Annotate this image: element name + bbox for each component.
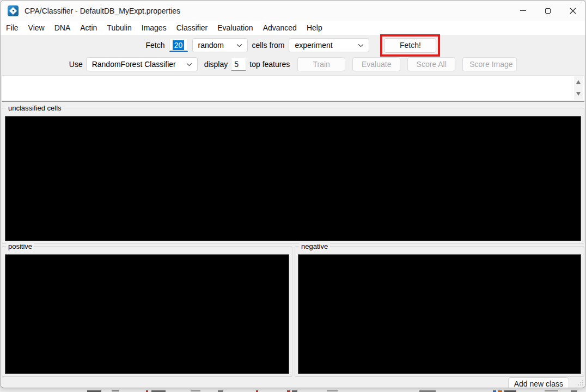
fetch-method-value: random [198,41,224,50]
maximize-button[interactable] [535,1,560,21]
negative-label: negative [299,242,330,251]
positive-label: positive [6,242,34,251]
fetch-source-value: experiment [295,41,332,50]
window-controls [510,1,585,21]
display-count-input[interactable] [231,58,246,71]
classifier-value: RandomForest Classifier [92,60,176,69]
minimize-button[interactable] [510,1,535,21]
scroll-down-icon[interactable] [576,92,581,96]
fetch-button[interactable]: Fetch! [384,38,436,53]
top-features-label: top features [249,60,290,69]
classifier-dropdown[interactable]: RandomForest Classifier [86,57,198,71]
negative-bin[interactable] [298,254,581,374]
menu-item-actin[interactable]: Actin [75,22,102,34]
menu-item-evaluation[interactable]: Evaluation [212,22,258,34]
title-bar: CPA/Classifier - DefaultDB_MyExpt.proper… [1,1,585,21]
screen: CPA/Classifier - DefaultDB_MyExpt.proper… [0,0,586,392]
fetch-count-selected-text: 20 [173,40,185,50]
log-scrollbar[interactable] [574,76,583,100]
background-window-edge [0,388,586,392]
fetch-method-dropdown[interactable]: random [192,38,248,52]
unclassified-cells-groupbox: unclassified cells [2,108,584,244]
negative-groupbox: negative [295,246,584,377]
chevron-down-icon [186,63,192,66]
menu-bar: File View DNA Actin Tubulin Images Class… [1,21,585,35]
menu-item-classifier[interactable]: Classifier [172,22,213,34]
fetch-toolbar: Fetch 20 random cells from experiment Fe… [1,35,585,55]
classifier-toolbar: Use RandomForest Classifier display top … [1,56,585,73]
status-log-area[interactable] [2,75,584,102]
positive-bin[interactable] [5,254,289,374]
menu-item-view[interactable]: View [23,22,50,34]
menu-item-tubulin[interactable]: Tubulin [102,22,136,34]
menu-item-dna[interactable]: DNA [50,22,76,34]
menu-item-help[interactable]: Help [302,22,327,34]
app-window: CPA/Classifier - DefaultDB_MyExpt.proper… [0,0,586,388]
chevron-down-icon [358,44,364,47]
menu-item-advanced[interactable]: Advanced [258,22,302,34]
fetch-count-input[interactable]: 20 [169,39,188,52]
score-image-button[interactable]: Score Image [462,57,517,71]
menu-item-file[interactable]: File [1,22,23,34]
close-button[interactable] [560,1,585,21]
evaluate-button[interactable]: Evaluate [352,57,400,71]
unclassified-cells-bin[interactable] [5,116,581,241]
minimize-icon [520,10,526,11]
close-icon [570,8,576,14]
fetch-button-highlight-annotation: Fetch! [380,34,440,57]
score-all-button[interactable]: Score All [407,57,455,71]
use-label: Use [69,60,83,69]
menu-item-images[interactable]: Images [137,22,172,34]
positive-groupbox: positive [2,246,292,377]
cpa-app-icon [8,5,19,16]
cells-from-label: cells from [252,41,285,50]
resize-grip-icon[interactable] [577,379,584,386]
fetch-label: Fetch [146,41,165,50]
add-new-class-button[interactable]: Add new class [508,377,569,388]
train-button[interactable]: Train [297,57,345,71]
fetch-source-dropdown[interactable]: experiment [289,38,369,52]
window-title: CPA/Classifier - DefaultDB_MyExpt.proper… [25,7,180,15]
unclassified-cells-label: unclassified cells [6,103,64,113]
maximize-icon [545,8,551,14]
display-label: display [204,60,228,69]
chevron-down-icon [236,44,242,47]
scroll-up-icon[interactable] [576,80,581,84]
